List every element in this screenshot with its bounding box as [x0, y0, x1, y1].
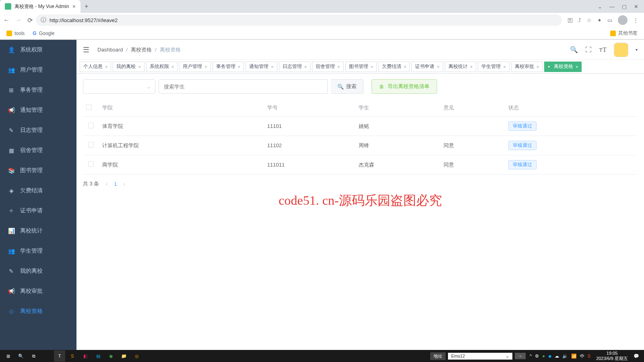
- window-dropdown-icon[interactable]: ⌄: [598, 4, 602, 10]
- page-tab-9[interactable]: 欠费结清×: [378, 62, 410, 72]
- kebab-icon[interactable]: ⋮: [633, 17, 638, 23]
- sidebar-item-3[interactable]: 📢通知管理: [0, 100, 76, 120]
- sidebar-item-8[interactable]: ✧证书申请: [0, 201, 76, 221]
- next-page-icon[interactable]: ›: [123, 181, 125, 187]
- close-tab-icon[interactable]: ×: [138, 64, 140, 69]
- page-tab-0[interactable]: 个人信息×: [80, 62, 111, 72]
- close-tab-icon[interactable]: ×: [204, 64, 207, 69]
- sidebar-item-2[interactable]: ⊞事务管理: [0, 80, 76, 100]
- edit-icon: ✎: [8, 268, 14, 274]
- close-tab-icon[interactable]: ×: [404, 64, 406, 69]
- sidebar-item-12[interactable]: 📢离校审批: [0, 281, 76, 301]
- search-button[interactable]: 🔍 搜索: [331, 79, 363, 94]
- page-tab-10[interactable]: 证书申请×: [411, 62, 443, 72]
- main-content: ☰ Dashboard / 离校资格 / 离校资格 🔍 ⛶ ᴛT ▾ 个人信息×…: [76, 40, 644, 350]
- close-tab-icon[interactable]: ×: [537, 64, 539, 69]
- close-tab-icon[interactable]: ×: [503, 64, 506, 69]
- browser-tab[interactable]: 离校资格 - My Vue Admin ×: [0, 0, 80, 13]
- reader-icon[interactable]: ▭: [607, 17, 612, 23]
- share-icon[interactable]: ⤴: [578, 17, 581, 23]
- sidebar-item-11[interactable]: ✎我的离校: [0, 261, 76, 281]
- close-tab-icon[interactable]: ×: [576, 64, 578, 69]
- close-tab-icon[interactable]: ×: [271, 64, 273, 69]
- export-button[interactable]: 🗎 导出离校资格清单: [372, 79, 437, 94]
- filter-row: ⌄ 🔍 搜索 🗎 导出离校资格清单: [83, 79, 638, 94]
- home-icon: ▦: [8, 147, 14, 154]
- close-tab-icon[interactable]: ×: [337, 64, 340, 69]
- search-icon[interactable]: 🔍: [570, 46, 578, 53]
- close-tab-icon[interactable]: ×: [437, 64, 439, 69]
- bookmark-google[interactable]: G Google: [33, 31, 54, 36]
- col-opinion: 意见: [440, 99, 505, 117]
- row-checkbox[interactable]: [88, 142, 94, 148]
- sidebar-item-6[interactable]: 📚图书管理: [0, 160, 76, 181]
- total-text: 共 3 条: [83, 180, 99, 187]
- close-window-icon[interactable]: ✕: [634, 4, 638, 10]
- back-icon[interactable]: ←: [3, 16, 10, 24]
- forward-icon[interactable]: →: [15, 16, 22, 24]
- page-tab-8[interactable]: 图书管理×: [345, 62, 377, 72]
- minimize-icon[interactable]: —: [609, 4, 615, 10]
- url-box[interactable]: ⓘ http://localhost:9527/#/leave2: [36, 14, 562, 26]
- tab-label: 离校统计: [448, 63, 468, 70]
- user-avatar[interactable]: [614, 43, 628, 57]
- password-icon[interactable]: ⚿: [568, 17, 573, 23]
- breadcrumb-mid[interactable]: 离校资格: [131, 46, 152, 53]
- bookmark-other[interactable]: 其他书签: [610, 30, 638, 37]
- cell-opinion: 同意: [440, 155, 505, 175]
- sidebar-item-13[interactable]: ◇离校资格: [0, 301, 76, 321]
- row-checkbox[interactable]: [88, 161, 94, 167]
- page-tab-1[interactable]: 我的离校×: [113, 62, 144, 72]
- top-nav: ☰ Dashboard / 离校资格 / 离校资格 🔍 ⛶ ᴛT ▾: [76, 40, 644, 60]
- sidebar-item-label: 日志管理: [20, 127, 43, 134]
- sidebar-item-7[interactable]: ◈欠费结清: [0, 181, 76, 201]
- breadcrumb-root[interactable]: Dashboard: [97, 47, 123, 53]
- maximize-icon[interactable]: ▢: [622, 4, 627, 10]
- page-tab-5[interactable]: 通知管理×: [246, 62, 277, 72]
- page-number[interactable]: 1: [114, 181, 117, 187]
- bookmark-tools[interactable]: tools: [6, 31, 25, 36]
- close-tab-icon[interactable]: ×: [72, 3, 76, 10]
- fontsize-icon[interactable]: ᴛT: [599, 46, 607, 53]
- close-tab-icon[interactable]: ×: [470, 64, 473, 69]
- close-tab-icon[interactable]: ×: [171, 64, 174, 69]
- site-info-icon[interactable]: ⓘ: [41, 16, 46, 24]
- sidebar-item-label: 事务管理: [20, 86, 43, 94]
- page-tab-11[interactable]: 离校统计×: [445, 62, 476, 72]
- table-row: 商学院 111011 杰克森 同意 审核通过: [83, 155, 638, 175]
- sidebar-item-10[interactable]: 👥学生管理: [0, 241, 76, 261]
- close-tab-icon[interactable]: ×: [304, 64, 307, 69]
- college-select[interactable]: ⌄: [83, 79, 155, 94]
- page-tab-4[interactable]: 事务管理×: [213, 62, 244, 72]
- close-tab-icon[interactable]: ×: [371, 64, 373, 69]
- sidebar-item-0[interactable]: 👤系统权限: [0, 40, 76, 60]
- select-all-checkbox[interactable]: [86, 105, 92, 110]
- page-tab-3[interactable]: 用户管理×: [179, 62, 211, 72]
- page-tab-12[interactable]: 学生管理×: [478, 62, 509, 72]
- new-tab-button[interactable]: +: [80, 3, 92, 10]
- sidebar-item-4[interactable]: ✎日志管理: [0, 120, 76, 140]
- profile-icon[interactable]: [618, 15, 627, 25]
- page-tab-2[interactable]: 系统权限×: [146, 62, 178, 72]
- extension-icon[interactable]: ✦: [597, 17, 602, 23]
- page-tab-6[interactable]: 日志管理×: [279, 62, 310, 72]
- fullscreen-icon[interactable]: ⛶: [585, 46, 592, 53]
- approve-icon: 📢: [8, 288, 14, 294]
- chevron-down-icon: ⌄: [147, 84, 151, 90]
- caret-down-icon[interactable]: ▾: [636, 47, 638, 52]
- row-checkbox[interactable]: [88, 123, 94, 128]
- prev-page-icon[interactable]: ‹: [105, 181, 107, 187]
- sidebar-item-1[interactable]: 👥用户管理: [0, 60, 76, 80]
- search-input[interactable]: [164, 84, 322, 90]
- tab-label: 学生管理: [481, 63, 501, 70]
- close-tab-icon[interactable]: ×: [105, 64, 107, 69]
- sidebar-item-5[interactable]: ▦宿舍管理: [0, 140, 76, 160]
- page-tab-7[interactable]: 宿舍管理×: [312, 62, 343, 72]
- sidebar-item-9[interactable]: 📊离校统计: [0, 221, 76, 241]
- star-icon[interactable]: ☆: [587, 17, 592, 23]
- page-tab-13[interactable]: 离校审批×: [511, 62, 543, 72]
- page-tab-14[interactable]: 离校资格×: [544, 62, 582, 72]
- reload-icon[interactable]: ⟳: [27, 16, 33, 24]
- hamburger-icon[interactable]: ☰: [83, 45, 89, 54]
- close-tab-icon[interactable]: ×: [238, 64, 240, 69]
